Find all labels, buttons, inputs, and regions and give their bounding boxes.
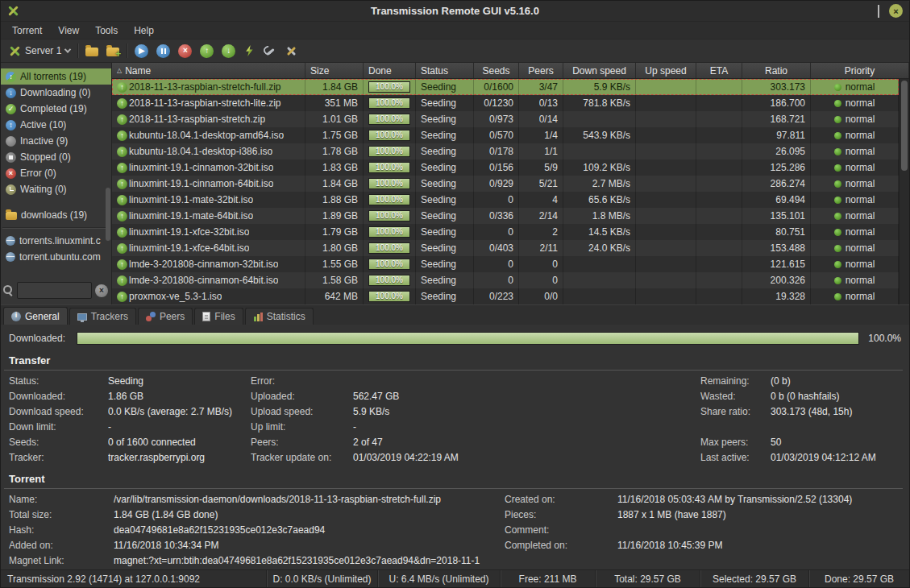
inactive-icon <box>6 136 16 147</box>
torrent-row[interactable]: ↑linuxmint-19.1-cinnamon-64bit.iso1.84 G… <box>112 176 899 192</box>
sidebar-filter-downloading[interactable]: ↓Downloading (0) <box>1 85 111 101</box>
cell-peers: 4 <box>519 192 563 208</box>
torrent-row[interactable]: ↑linuxmint-19.1-xfce-32bit.iso1.79 GB100… <box>112 224 899 240</box>
tab-statistics[interactable]: Statistics <box>245 308 314 325</box>
status-value: Seeding <box>421 291 456 302</box>
sidebar-filter-active[interactable]: ↕Active (10) <box>1 117 111 133</box>
tab-general[interactable]: General <box>3 307 68 325</box>
tab-trackers[interactable]: Trackers <box>69 308 136 325</box>
column-header-size[interactable]: Size <box>305 63 364 78</box>
torrent-row[interactable]: ↑linuxmint-19.1-xfce-64bit.iso1.80 GB100… <box>112 240 899 256</box>
add-torrent-button[interactable] <box>81 41 102 60</box>
close-button[interactable]: × <box>889 4 903 18</box>
done-progress-bar: 100.0% <box>368 162 410 173</box>
move-up-button[interactable]: ↑ <box>196 41 218 60</box>
tab-files[interactable]: Files <box>194 308 243 325</box>
sidebar-filter-stopped[interactable]: Stopped (0) <box>1 149 111 165</box>
remove-torrent-button[interactable]: × <box>174 41 196 60</box>
title-bar[interactable]: Transmission Remote GUI v5.16.0 × <box>1 1 909 22</box>
cell-size: 1.89 GB <box>305 208 364 224</box>
menu-item-tools[interactable]: Tools <box>87 23 126 38</box>
add-torrent-url-button[interactable] <box>102 41 123 60</box>
move-down-button[interactable]: ↓ <box>218 41 239 60</box>
cell-eta <box>696 159 742 176</box>
menu-item-torrent[interactable]: Torrent <box>4 23 50 38</box>
sidebar-filter-inactive[interactable]: Inactive (9) <box>1 133 111 149</box>
torrent-row[interactable]: ↑2018-11-13-raspbian-stretch-full.zip1.8… <box>112 79 899 95</box>
priority-dot-icon <box>834 148 841 155</box>
sidebar-tracker-item[interactable]: torrent.ubuntu.com <box>1 249 111 265</box>
sidebar-folder-downloads[interactable]: downloads (19) <box>1 207 111 223</box>
tab-peers[interactable]: Peers <box>138 308 193 325</box>
sidebar-tracker-item[interactable]: torrents.linuxmint.c <box>1 233 111 249</box>
column-header-uspeed[interactable]: Up speed <box>636 63 696 78</box>
seeding-status-icon: ↑ <box>117 259 127 270</box>
field-value[interactable]: magnet:?xt=urn:btih:dea04749681e8a62f152… <box>114 555 909 566</box>
sidebar-filter-waiting[interactable]: Waiting (0) <box>1 181 111 197</box>
done-percent: 100.0% <box>369 259 409 269</box>
column-header-seeds[interactable]: Seeds <box>474 63 519 78</box>
torrent-name: 2018-11-13-raspbian-stretch.zip <box>129 114 265 125</box>
column-header-priority[interactable]: Priority <box>811 63 909 78</box>
cell-name: ↑lmde-3-201808-cinnamon-64bit.iso <box>112 272 305 288</box>
done-percent: 100.0% <box>369 98 409 108</box>
torrent-row[interactable]: ↑kubuntu-18.04.1-desktop-amd64.iso1.75 G… <box>112 127 899 143</box>
table-scrollbar-thumb[interactable] <box>901 81 908 171</box>
torrent-row[interactable]: ↑lmde-3-201808-cinnamon-32bit.iso1.55 GB… <box>112 256 899 272</box>
sidebar-filter-error[interactable]: ×Error (0) <box>1 165 111 181</box>
column-header-name[interactable]: △Name <box>112 63 305 78</box>
menu-item-view[interactable]: View <box>50 23 87 38</box>
column-header-status[interactable]: Status <box>416 63 474 78</box>
done-progress-bar: 100.0% <box>368 259 410 270</box>
sidebar-filter-all[interactable]: ↕All torrents (19) <box>1 68 111 85</box>
cell-dspeed: 14.5 KB/s <box>563 224 636 240</box>
arrow-down-icon: ↓ <box>222 44 235 58</box>
tab-label: Peers <box>160 311 185 322</box>
torrent-row[interactable]: ↑linuxmint-19.1-mate-64bit.iso1.89 GB100… <box>112 208 899 224</box>
cell-done: 100.0% <box>364 143 416 159</box>
server-selector[interactable]: Server 1 <box>5 41 74 60</box>
cell-priority: normal <box>811 143 899 159</box>
details-tab-bar: GeneralTrackersPeersFilesStatistics <box>1 304 909 325</box>
field-label: Completed on: <box>505 540 617 551</box>
column-header-ratio[interactable]: Ratio <box>742 63 811 78</box>
size-value: 1.88 GB <box>322 194 358 205</box>
torrent-row[interactable]: ↑kubuntu-18.04.1-desktop-i386.iso1.78 GB… <box>112 143 899 159</box>
torrent-row[interactable]: ↑2018-11-13-raspbian-stretch-lite.zip351… <box>112 95 899 111</box>
column-header-done[interactable]: Done <box>364 63 416 78</box>
cell-seeds: 0/403 <box>474 240 519 256</box>
restore-button[interactable] <box>878 6 879 17</box>
sidebar-filter-completed[interactable]: ✓Completed (19) <box>1 101 111 117</box>
daemon-options-button[interactable] <box>259 41 280 60</box>
app-window: Transmission Remote GUI v5.16.0 × Torren… <box>0 0 910 588</box>
menu-item-help[interactable]: Help <box>126 23 162 38</box>
search-input[interactable] <box>17 282 92 299</box>
dspeed-value: 14.5 KB/s <box>588 226 630 238</box>
cell-dspeed <box>563 111 636 127</box>
size-value: 1.79 GB <box>322 226 358 238</box>
table-header: △NameSizeDoneStatusSeedsPeersDown speedU… <box>112 63 909 79</box>
app-options-button[interactable] <box>280 41 302 60</box>
torrent-row[interactable]: ↑linuxmint-19.1-cinnamon-32bit.iso1.83 G… <box>112 159 899 176</box>
alt-speed-button[interactable] <box>239 41 259 60</box>
column-header-dspeed[interactable]: Down speed <box>563 63 636 78</box>
priority-label: normal <box>846 291 875 302</box>
field-value: dea04749681e8a62f15231935ce012e3c7aead94 <box>114 524 505 536</box>
sidebar-scrollbar-thumb[interactable] <box>106 188 110 241</box>
torrent-row[interactable]: ↑2018-11-13-raspbian-stretch.zip1.01 GB1… <box>112 111 899 127</box>
pause-torrent-button[interactable] <box>152 41 174 60</box>
torrent-row[interactable]: ↑linuxmint-19.1-mate-32bit.iso1.88 GB100… <box>112 192 899 208</box>
column-header-peers[interactable]: Peers <box>519 63 563 78</box>
cell-done: 100.0% <box>364 240 416 256</box>
column-header-eta[interactable]: ETA <box>696 63 742 78</box>
start-torrent-button[interactable]: ▶ <box>131 41 152 60</box>
cell-eta <box>696 240 742 256</box>
done-progress-bar: 100.0% <box>368 114 410 125</box>
torrent-row[interactable]: ↑lmde-3-201808-cinnamon-64bit.iso1.58 GB… <box>112 272 899 288</box>
clear-search-button[interactable]: × <box>95 284 108 297</box>
torrent-table: △NameSizeDoneStatusSeedsPeersDown speedU… <box>112 63 909 304</box>
torrent-row[interactable]: ↑proxmox-ve_5.3-1.iso642 MB100.0%Seeding… <box>112 288 899 304</box>
cell-seeds: 0/1230 <box>474 95 519 111</box>
detail-row: Total size:1.84 GB (1.84 GB done)Pieces:… <box>1 507 909 522</box>
table-scrollbar[interactable] <box>899 79 909 304</box>
